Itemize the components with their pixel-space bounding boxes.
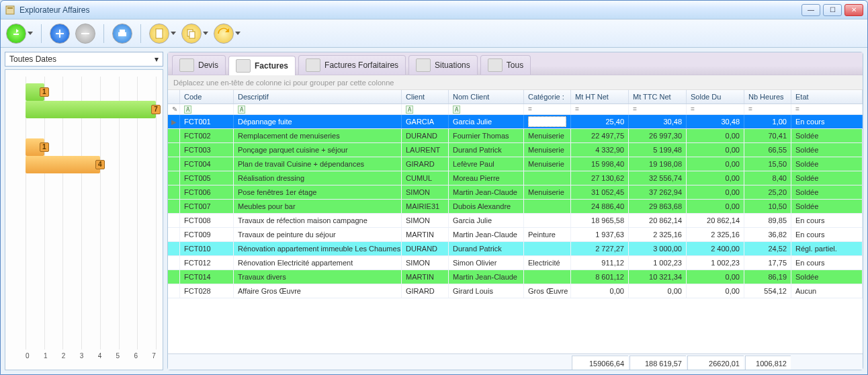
app-icon [5,5,15,15]
svg-rect-4 [156,29,163,38]
filter-descriptif[interactable]: A [234,104,402,114]
table-row[interactable]: FCT004Plan de travail Cuisine + dépendan… [168,157,863,171]
col-solde[interactable]: Solde Du [687,90,744,103]
table-row[interactable]: FCT009Travaux de peinture du séjourMARTI… [168,228,863,242]
col-ht[interactable]: Mt HT Net [571,90,629,103]
cell-ttc: 1 002,23 [629,256,687,269]
table-row[interactable]: FCT007Meubles pour barMAIRIE31Dubois Ale… [168,200,863,214]
col-nom-client[interactable]: Nom Client [449,90,524,103]
chart-bar-orange-2: 4 [26,156,100,173]
tab-devis[interactable]: Devis [172,55,226,75]
preview-button[interactable] [149,24,169,44]
refresh-dropdown-icon[interactable] [28,32,33,35]
cell-descriptif: Affaire Gros Œuvre [234,284,402,298]
table-row[interactable]: ▶FCT001Dépannage fuiteGARCIAGarcia Julie… [168,115,863,129]
grid-body[interactable]: ▶FCT001Dépannage fuiteGARCIAGarcia Julie… [168,115,863,353]
col-code[interactable]: Code [180,90,234,103]
refresh-button[interactable] [6,24,26,44]
maximize-button[interactable]: ☐ [823,4,842,16]
date-filter-select[interactable]: Toutes Dates ▾ [5,52,163,67]
filter-nom-client[interactable]: A [449,104,524,114]
cell-code: FCT006 [180,185,234,199]
print-button[interactable] [112,24,132,44]
cell-solde: 2 325,16 [687,228,744,241]
filter-categorie[interactable]: = [524,104,571,114]
cell-ht: 0,00 [571,284,629,298]
cell-code: FCT014 [180,270,234,284]
group-by-hint[interactable]: Déplacez une en-tête de colonne ici pour… [168,75,863,90]
export-dropdown-icon[interactable] [235,32,241,35]
cell-heures: 24,52 [744,242,791,255]
col-indicator[interactable] [168,90,180,103]
copy-dropdown-icon[interactable] [203,32,208,35]
tab-tous[interactable]: Tous [480,55,531,75]
cell-etat: Soldée [791,143,863,157]
cell-etat: Soldée [791,157,863,171]
cell-solde: 0,00 [687,171,744,185]
table-row[interactable]: FCT002Remplacement de menuiseriesDURANDF… [168,129,863,143]
filter-code[interactable]: A [180,104,234,114]
table-row[interactable]: FCT006Pose fenêtres 1er étageSIMONMartin… [168,185,863,200]
table-row[interactable]: FCT028Affaire Gros ŒuvreGIRARDGirard Lou… [168,284,863,298]
tab-forfait[interactable]: Factures Forfaitaires [298,55,406,75]
cell-ht: 31 052,45 [571,185,629,199]
tab-situations-label: Situations [435,60,470,70]
cell-categorie: Electricité [524,256,571,269]
tab-situations-icon [416,58,431,72]
col-ttc[interactable]: Mt TTC Net [629,90,687,103]
cell-descriptif: Rénovation Electricité appartement [234,256,402,269]
table-row[interactable]: FCT003Ponçage parquet cuisine + séjourLA… [168,143,863,157]
filter-solde[interactable]: = [687,104,744,114]
tab-factures[interactable]: Factures [228,56,296,75]
cell-heures: 15,50 [744,157,791,171]
toolbar [1,19,867,48]
table-row[interactable]: FCT010Rénovation appartement immeuble Le… [168,242,863,256]
preview-dropdown-icon[interactable] [171,32,176,35]
cell-client: LAURENT [402,143,449,157]
col-categorie[interactable]: Catégorie : [524,90,571,103]
cell-client: DURAND [402,129,449,142]
remove-button[interactable] [75,24,95,44]
grid-footer: 159066,64 188 619,57 26620,01 1006,812 [168,353,863,370]
cell-nom-client: Simon Olivier [449,256,524,269]
cell-categorie: Gros Œuvre [524,284,571,298]
chart-tick: 3 [80,352,84,366]
copy-button[interactable] [181,24,202,44]
filter-etat[interactable]: = [791,104,863,114]
add-button[interactable] [50,24,70,44]
filter-client[interactable]: A [402,104,449,114]
col-heures[interactable]: Nb Heures [744,90,791,103]
table-row[interactable]: FCT014Travaux diversMARTINMartin Jean-Cl… [168,270,863,284]
categorie-editor[interactable] [528,116,566,127]
filter-heures[interactable]: = [744,104,791,114]
col-descriptif[interactable]: Descriptif [234,90,402,103]
cell-descriptif: Travaux divers [234,270,402,284]
table-row[interactable]: FCT008Travaux de réfection maison campag… [168,214,863,228]
filter-ht[interactable]: = [571,104,629,114]
filter-indicator[interactable]: ✎ [168,104,180,114]
cell-solde: 0,00 [687,200,744,213]
export-button[interactable] [214,24,234,44]
cell-ttc: 30,48 [629,115,687,128]
tab-situations[interactable]: Situations [408,55,478,75]
row-indicator [168,242,180,255]
cell-client: DURAND [402,242,449,255]
tab-tous-label: Tous [507,60,523,70]
cell-client: GIRARD [402,157,449,171]
col-client[interactable]: Client [402,90,449,103]
filter-ttc[interactable]: = [629,104,687,114]
cell-code: FCT004 [180,157,234,171]
cell-etat: Soldée [791,185,863,199]
minimize-button[interactable]: — [801,4,820,16]
col-etat[interactable]: Etat [791,90,863,103]
cell-heures: 89,85 [744,214,791,227]
chart-badge: 1 [40,87,49,97]
cell-etat: Soldée [791,270,863,284]
cell-client: SIMON [402,214,449,227]
table-row[interactable]: FCT012Rénovation Electricité appartement… [168,256,863,270]
cell-code: FCT012 [180,256,234,269]
cell-categorie: Menuiserie [524,157,571,171]
close-button[interactable]: ✕ [844,4,863,16]
cell-ttc: 3 000,00 [629,242,687,255]
table-row[interactable]: FCT005Réalisation dressingCUMULMoreau Pi… [168,171,863,185]
